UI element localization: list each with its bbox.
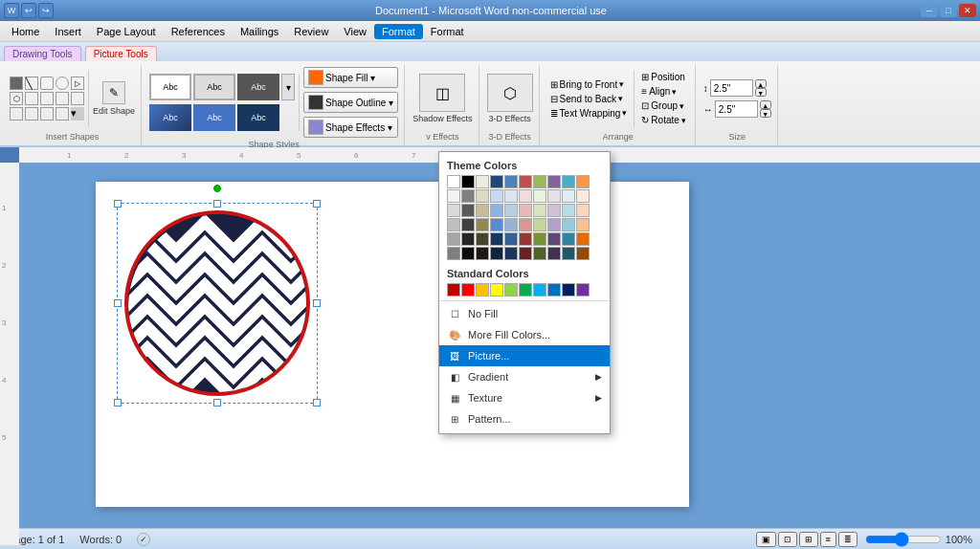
theme-color-swatch[interactable]: [547, 232, 561, 246]
theme-color-swatch[interactable]: [562, 218, 575, 231]
theme-color-swatch[interactable]: [504, 247, 518, 260]
theme-color-swatch[interactable]: [504, 175, 518, 188]
theme-color-swatch[interactable]: [476, 247, 489, 260]
theme-color-swatch[interactable]: [562, 247, 575, 260]
menu-references[interactable]: References: [164, 24, 233, 39]
theme-color-swatch[interactable]: [533, 204, 546, 217]
handle-ml[interactable]: [114, 299, 122, 307]
theme-color-swatch[interactable]: [547, 218, 561, 231]
handle-tl[interactable]: [114, 200, 122, 208]
theme-color-swatch[interactable]: [447, 189, 460, 203]
texture-item[interactable]: ▦ Texture ▶: [439, 387, 610, 408]
theme-color-swatch[interactable]: [533, 232, 546, 246]
standard-color-swatch[interactable]: [504, 283, 518, 296]
theme-color-swatch[interactable]: [504, 232, 518, 246]
shape-tool-3[interactable]: [40, 77, 54, 90]
maximize-button[interactable]: □: [940, 4, 957, 17]
width-down-btn[interactable]: ▼: [760, 109, 771, 118]
standard-color-swatch[interactable]: [461, 283, 475, 296]
theme-color-swatch[interactable]: [547, 189, 561, 203]
menu-page-layout[interactable]: Page Layout: [89, 24, 164, 39]
theme-color-swatch[interactable]: [576, 175, 590, 188]
shape-outline-button[interactable]: Shape Outline ▾: [303, 92, 398, 113]
theme-color-swatch[interactable]: [562, 204, 575, 217]
menu-mailings[interactable]: Mailings: [233, 24, 286, 39]
shape-fill-button[interactable]: Shape Fill ▾: [303, 67, 398, 88]
standard-color-swatch[interactable]: [447, 283, 460, 296]
menu-home[interactable]: Home: [4, 24, 47, 39]
send-to-back-btn[interactable]: ⊟ Send to Back ▾: [547, 93, 631, 105]
handle-br[interactable]: [313, 399, 321, 406]
handle-rotate[interactable]: [213, 185, 221, 192]
standard-color-swatch[interactable]: [519, 283, 532, 296]
more-shapes-btn[interactable]: ▾: [71, 107, 84, 121]
shape-tool-5[interactable]: ▷: [71, 77, 84, 90]
theme-color-swatch[interactable]: [461, 218, 475, 231]
shape-tool-2[interactable]: ╲: [25, 77, 38, 90]
theme-color-swatch[interactable]: [490, 189, 503, 203]
handle-bm[interactable]: [213, 399, 221, 406]
three-d-btn[interactable]: ⬡ 3-D Effects: [487, 74, 533, 123]
close-button[interactable]: ✕: [959, 4, 976, 17]
position-btn[interactable]: ⊞ Position: [638, 71, 688, 83]
align-btn[interactable]: ≡ Align ▾: [638, 85, 688, 98]
theme-color-swatch[interactable]: [476, 218, 489, 231]
shape-tool-10[interactable]: [71, 92, 84, 105]
theme-color-swatch[interactable]: [447, 218, 460, 231]
group-btn[interactable]: ⊡ Group ▾: [638, 99, 688, 112]
bring-to-front-btn[interactable]: ⊞ Bring to Front ▾: [547, 78, 631, 91]
outline-btn[interactable]: ≡: [820, 532, 836, 547]
theme-color-swatch[interactable]: [562, 175, 575, 188]
theme-color-swatch[interactable]: [476, 232, 489, 246]
theme-color-swatch[interactable]: [562, 232, 575, 246]
theme-color-swatch[interactable]: [476, 189, 489, 203]
theme-color-swatch[interactable]: [461, 189, 475, 203]
shape-tool-8[interactable]: [40, 92, 54, 105]
shape-tool-7[interactable]: [25, 92, 38, 105]
undo-icon[interactable]: ↩: [21, 3, 36, 18]
rotate-btn[interactable]: ↻ Rotate ▾: [638, 114, 688, 126]
theme-color-swatch[interactable]: [490, 175, 503, 188]
standard-color-swatch[interactable]: [490, 283, 503, 296]
theme-color-swatch[interactable]: [461, 204, 475, 217]
theme-color-swatch[interactable]: [476, 204, 489, 217]
shape-tool-11[interactable]: [10, 107, 23, 121]
theme-color-swatch[interactable]: [547, 247, 561, 260]
height-input[interactable]: [710, 79, 753, 97]
standard-color-swatch[interactable]: [576, 283, 590, 296]
theme-color-swatch[interactable]: [447, 232, 460, 246]
theme-color-swatch[interactable]: [533, 218, 546, 231]
height-up-btn[interactable]: ▲: [755, 79, 767, 88]
draft-btn[interactable]: ≣: [838, 532, 858, 547]
shape-tool-14[interactable]: [56, 107, 69, 121]
theme-color-swatch[interactable]: [547, 204, 561, 217]
theme-color-swatch[interactable]: [490, 204, 503, 217]
theme-color-swatch[interactable]: [533, 189, 546, 203]
zoom-slider[interactable]: [865, 532, 942, 547]
theme-color-swatch[interactable]: [519, 232, 532, 246]
style-6[interactable]: Abc: [237, 104, 279, 131]
minimize-button[interactable]: ─: [921, 4, 938, 17]
shape-tool-9[interactable]: [56, 92, 69, 105]
theme-color-swatch[interactable]: [576, 218, 590, 231]
style-more-btn[interactable]: ▾: [281, 74, 295, 100]
theme-color-swatch[interactable]: [533, 175, 546, 188]
handle-tr[interactable]: [313, 200, 321, 208]
edit-shape-btn[interactable]: ✎ Edit Shape: [93, 81, 135, 116]
shape-effects-button[interactable]: Shape Effects ▾: [303, 117, 398, 138]
standard-color-swatch[interactable]: [533, 283, 546, 296]
menu-format-2[interactable]: Format: [423, 24, 472, 39]
theme-color-swatch[interactable]: [547, 175, 561, 188]
theme-color-swatch[interactable]: [576, 204, 590, 217]
theme-color-swatch[interactable]: [461, 232, 475, 246]
theme-color-swatch[interactable]: [461, 247, 475, 260]
picture-item[interactable]: 🖼 Picture...: [439, 345, 610, 366]
standard-color-swatch[interactable]: [476, 283, 489, 296]
theme-color-swatch[interactable]: [576, 247, 590, 260]
standard-color-swatch[interactable]: [547, 283, 561, 296]
style-5[interactable]: Abc: [193, 104, 235, 131]
theme-color-swatch[interactable]: [476, 175, 489, 188]
theme-color-swatch[interactable]: [504, 204, 518, 217]
shape-container[interactable]: [124, 210, 310, 396]
theme-color-swatch[interactable]: [447, 175, 460, 188]
